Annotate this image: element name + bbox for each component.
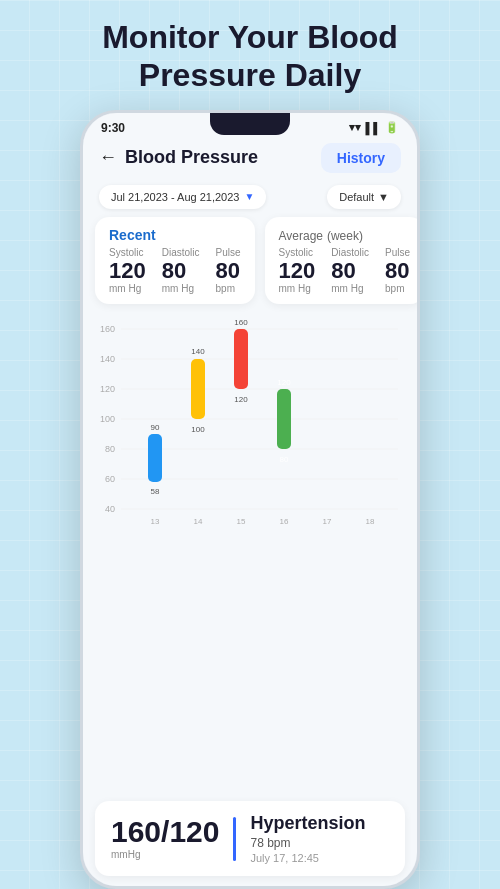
svg-text:120: 120 (100, 384, 115, 394)
avg-diastolic-value: 80 (331, 259, 369, 283)
avg-pulse-label: Pulse (385, 247, 410, 258)
default-arrow: ▼ (378, 191, 389, 203)
svg-rect-26 (277, 389, 291, 449)
avg-diastolic: Diastolic 80 mm Hg (331, 247, 369, 294)
svg-text:120: 120 (234, 395, 248, 404)
recent-systolic-label: Systolic (109, 247, 146, 258)
svg-text:17: 17 (323, 517, 332, 526)
average-title: Average (week) (279, 227, 411, 243)
svg-text:40: 40 (105, 504, 115, 514)
date-filter-arrow: ▼ (244, 191, 254, 202)
reading-value: 160/120 (111, 817, 219, 847)
pulse-info: 78 bpm (250, 836, 365, 850)
recent-title: Recent (109, 227, 241, 243)
reading-section: 160/120 mmHg (111, 817, 219, 860)
stats-row: Recent Systolic 120 mm Hg Diastolic 80 m… (83, 217, 417, 314)
recent-diastolic: Diastolic 80 mm Hg (162, 247, 200, 294)
status-icons: ▾▾ ▌▌ 🔋 (349, 121, 399, 134)
avg-diastolic-label: Diastolic (331, 247, 369, 258)
chart-svg: 160 140 120 100 80 60 40 (93, 314, 407, 534)
svg-text:13: 13 (151, 517, 160, 526)
svg-text:120: 120 (277, 378, 291, 387)
svg-text:140: 140 (100, 354, 115, 364)
app-header: ← Blood Pressure History (83, 137, 417, 181)
avg-systolic-label: Systolic (279, 247, 316, 258)
battery-icon: 🔋 (385, 121, 399, 134)
average-card: Average (week) Systolic 120 mm Hg Diasto… (265, 217, 417, 304)
card-info: Hypertension 78 bpm July 17, 12:45 (250, 813, 365, 864)
date-filter[interactable]: Jul 21,2023 - Aug 21,2023 ▼ (99, 185, 266, 209)
avg-systolic-value: 120 (279, 259, 316, 283)
phone-frame: 9:30 ▾▾ ▌▌ 🔋 ← Blood Pressure History Ju… (80, 110, 420, 889)
recent-stats: Systolic 120 mm Hg Diastolic 80 mm Hg Pu… (109, 247, 241, 294)
avg-pulse-value: 80 (385, 259, 410, 283)
signal-icon: ▌▌ (365, 122, 381, 134)
page-title: Monitor Your Blood Pressure Daily (62, 0, 438, 105)
recent-card: Recent Systolic 120 mm Hg Diastolic 80 m… (95, 217, 255, 304)
svg-text:14: 14 (194, 517, 203, 526)
back-button[interactable]: ← (99, 147, 117, 168)
recent-pulse-label: Pulse (216, 247, 241, 258)
header-left: ← Blood Pressure (99, 147, 258, 168)
filter-bar: Jul 21,2023 - Aug 21,2023 ▼ Default ▼ (83, 181, 417, 217)
date-range-label: Jul 21,2023 - Aug 21,2023 (111, 191, 239, 203)
avg-pulse: Pulse 80 bpm (385, 247, 410, 294)
svg-text:80: 80 (280, 455, 289, 464)
svg-text:18: 18 (366, 517, 375, 526)
default-filter[interactable]: Default ▼ (327, 185, 401, 209)
status-time: 9:30 (101, 121, 125, 135)
svg-rect-22 (234, 329, 248, 389)
svg-text:100: 100 (100, 414, 115, 424)
chart-area: 160 140 120 100 80 60 40 (83, 314, 417, 795)
phone-screen: 9:30 ▾▾ ▌▌ 🔋 ← Blood Pressure History Ju… (83, 113, 417, 886)
bottom-reading-card: 160/120 mmHg Hypertension 78 bpm July 17… (95, 801, 405, 876)
recent-diastolic-label: Diastolic (162, 247, 200, 258)
svg-text:100: 100 (191, 425, 205, 434)
svg-text:15: 15 (237, 517, 246, 526)
recent-diastolic-value: 80 (162, 259, 200, 283)
timestamp: July 17, 12:45 (250, 852, 365, 864)
svg-text:90: 90 (151, 423, 160, 432)
average-stats: Systolic 120 mm Hg Diastolic 80 mm Hg Pu… (279, 247, 411, 294)
wifi-icon: ▾▾ (349, 121, 361, 134)
recent-diastolic-unit: mm Hg (162, 283, 200, 294)
recent-pulse: Pulse 80 bpm (216, 247, 241, 294)
recent-pulse-unit: bpm (216, 283, 241, 294)
avg-diastolic-unit: mm Hg (331, 283, 369, 294)
history-button[interactable]: History (321, 143, 401, 173)
diagnosis-label: Hypertension (250, 813, 365, 834)
svg-text:58: 58 (151, 487, 160, 496)
svg-text:16: 16 (280, 517, 289, 526)
svg-text:160: 160 (100, 324, 115, 334)
svg-text:60: 60 (105, 474, 115, 484)
avg-systolic-unit: mm Hg (279, 283, 316, 294)
phone-wrapper: 9:30 ▾▾ ▌▌ 🔋 ← Blood Pressure History Ju… (80, 110, 420, 889)
default-label: Default (339, 191, 374, 203)
recent-systolic: Systolic 120 mm Hg (109, 247, 146, 294)
recent-systolic-unit: mm Hg (109, 283, 146, 294)
avg-systolic: Systolic 120 mm Hg (279, 247, 316, 294)
svg-text:160: 160 (234, 318, 248, 327)
svg-text:140: 140 (191, 347, 205, 356)
avg-pulse-unit: bpm (385, 283, 410, 294)
header-title: Blood Pressure (125, 147, 258, 168)
svg-rect-18 (191, 359, 205, 419)
card-divider (233, 817, 236, 861)
reading-unit: mmHg (111, 849, 140, 860)
svg-rect-14 (148, 434, 162, 482)
recent-systolic-value: 120 (109, 259, 146, 283)
recent-pulse-value: 80 (216, 259, 241, 283)
svg-text:80: 80 (105, 444, 115, 454)
phone-notch (210, 113, 290, 135)
